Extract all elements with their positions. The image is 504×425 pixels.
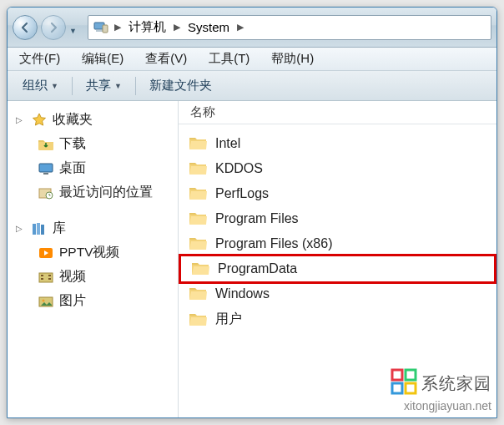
share-label: 共享 (86, 78, 111, 94)
svg-rect-16 (48, 278, 51, 280)
desktop-icon (38, 161, 54, 176)
folder-icon (189, 311, 207, 328)
folder-icon (189, 185, 207, 202)
folder-icon (189, 286, 207, 302)
new-folder-label: 新建文件夹 (149, 78, 212, 94)
file-row[interactable]: ProgramData (179, 254, 496, 284)
folder-icon (189, 135, 207, 152)
collapse-icon: ▷ (16, 115, 26, 124)
folder-icon (191, 261, 209, 277)
svg-rect-9 (37, 223, 40, 235)
chevron-right-icon: ▶ (234, 22, 246, 33)
file-row[interactable]: KDDOS (179, 156, 496, 181)
file-row[interactable]: Program Files (x86) (179, 231, 496, 256)
explorer-window: ▼ ▶ 计算机 ▶ System ▶ 文件(F) 编辑(E) 查看(V) 工具(… (7, 7, 497, 418)
computer-icon (93, 20, 108, 35)
file-row[interactable]: Windows (179, 281, 496, 306)
sidebar-libraries-group: ▷ 库 PPTV视频 视频 (9, 216, 176, 313)
column-header-label: 名称 (190, 104, 215, 120)
nav-history-dropdown[interactable]: ▼ (69, 27, 81, 35)
chevron-right-icon: ▶ (171, 22, 183, 33)
sidebar-item-downloads[interactable]: 下载 (9, 132, 176, 156)
menu-tools[interactable]: 工具(T) (204, 49, 255, 68)
file-list: IntelKDDOSPerfLogsProgram FilesProgram F… (179, 124, 496, 339)
svg-rect-2 (103, 25, 108, 33)
chevron-down-icon: ▼ (114, 82, 122, 90)
back-button[interactable] (13, 15, 38, 40)
sidebar-favorites-header[interactable]: ▷ 收藏夹 (9, 108, 176, 132)
file-name: Program Files (215, 211, 299, 226)
address-bar[interactable]: ▶ 计算机 ▶ System ▶ (88, 15, 491, 40)
collapse-icon: ▷ (16, 224, 26, 233)
svg-rect-13 (41, 275, 43, 276)
menu-help[interactable]: 帮助(H) (266, 49, 319, 68)
svg-rect-4 (39, 164, 53, 172)
sidebar-libraries-header[interactable]: ▷ 库 (9, 216, 176, 240)
file-row[interactable]: Program Files (179, 206, 496, 231)
column-header-name[interactable]: 名称 (179, 101, 496, 124)
sidebar-favorites-group: ▷ 收藏夹 下载 桌面 (9, 108, 176, 205)
sidebar-item-videos[interactable]: 视频 (9, 265, 176, 289)
sidebar-item-label: PPTV视频 (59, 244, 119, 261)
svg-rect-5 (43, 173, 48, 175)
sidebar-item-label: 最近访问的位置 (59, 184, 153, 201)
file-name: 用户 (215, 311, 242, 328)
sidebar-item-label: 下载 (59, 135, 86, 153)
recent-icon (38, 185, 54, 200)
svg-rect-10 (41, 225, 44, 235)
sidebar-item-label: 桌面 (59, 159, 86, 177)
toolbar-separator (135, 77, 136, 95)
pictures-icon (38, 294, 54, 309)
content-pane: 名称 IntelKDDOSPerfLogsProgram FilesProgra… (179, 101, 496, 417)
svg-rect-1 (96, 30, 103, 32)
folder-icon (189, 160, 207, 177)
sidebar-item-label: 图片 (59, 292, 86, 310)
new-folder-button[interactable]: 新建文件夹 (143, 75, 219, 96)
file-name: Windows (215, 286, 270, 301)
sidebar-item-pictures[interactable]: 图片 (9, 289, 176, 313)
svg-rect-8 (33, 224, 36, 235)
organize-label: 组织 (23, 78, 48, 94)
toolbar: 组织 ▼ 共享 ▼ 新建文件夹 (8, 71, 496, 101)
menu-file[interactable]: 文件(F) (14, 49, 65, 68)
sidebar-item-desktop[interactable]: 桌面 (9, 156, 176, 180)
file-name: KDDOS (215, 161, 263, 176)
file-row[interactable]: Intel (179, 131, 496, 156)
chevron-down-icon: ▼ (51, 82, 58, 90)
nav-buttons: ▼ (13, 15, 81, 40)
file-row[interactable]: PerfLogs (179, 181, 496, 206)
sidebar-favorites-label: 收藏夹 (53, 111, 93, 129)
menubar: 文件(F) 编辑(E) 查看(V) 工具(T) 帮助(H) (8, 48, 496, 71)
file-row[interactable]: 用户 (179, 306, 496, 332)
breadcrumb-root[interactable]: 计算机 (127, 19, 168, 35)
sidebar-item-pptv[interactable]: PPTV视频 (9, 240, 176, 265)
sidebar: ▷ 收藏夹 下载 桌面 (8, 101, 179, 417)
share-button[interactable]: 共享 ▼ (79, 75, 129, 96)
toolbar-separator (72, 77, 73, 95)
file-name: ProgramData (218, 261, 297, 276)
pptv-icon (38, 245, 54, 261)
body: ▷ 收藏夹 下载 桌面 (8, 101, 496, 417)
folder-icon (189, 235, 207, 252)
titlebar: ▼ ▶ 计算机 ▶ System ▶ (8, 8, 496, 48)
breadcrumb-segment[interactable]: System (186, 20, 231, 34)
videos-icon (38, 270, 54, 285)
file-name: Intel (215, 136, 240, 151)
star-icon (31, 113, 48, 128)
svg-rect-14 (41, 278, 43, 280)
menu-edit[interactable]: 编辑(E) (77, 49, 129, 68)
svg-point-18 (43, 299, 45, 301)
organize-button[interactable]: 组织 ▼ (16, 75, 65, 96)
svg-rect-15 (48, 275, 51, 276)
menu-view[interactable]: 查看(V) (140, 49, 192, 68)
chevron-right-icon: ▶ (112, 22, 123, 33)
sidebar-item-recent[interactable]: 最近访问的位置 (9, 180, 176, 205)
downloads-icon (38, 137, 54, 152)
sidebar-item-label: 视频 (59, 268, 86, 286)
svg-rect-12 (39, 273, 53, 282)
libraries-icon (31, 221, 48, 236)
file-name: Program Files (x86) (215, 236, 332, 251)
sidebar-libraries-label: 库 (53, 220, 66, 237)
forward-button[interactable] (41, 15, 66, 40)
file-name: PerfLogs (215, 186, 269, 201)
